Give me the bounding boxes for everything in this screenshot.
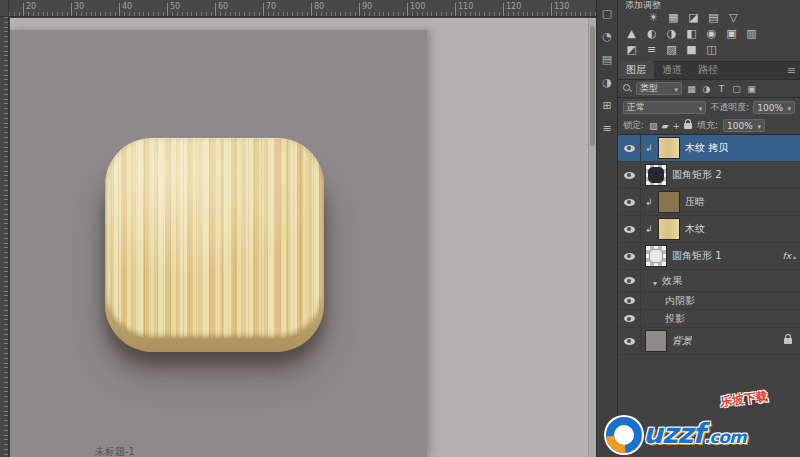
blend-mode-dropdown[interactable]: 正常	[623, 101, 706, 114]
filter-search-icon	[623, 84, 632, 93]
collapsed-panel-dock: ▢◔▤◑⊞≡	[596, 0, 618, 457]
layer-thumbnail[interactable]	[645, 245, 667, 267]
visibility-toggle[interactable]	[618, 162, 641, 188]
eye-icon	[624, 315, 635, 322]
panel-menu-icon[interactable]	[787, 64, 796, 77]
layer-row[interactable]: 压暗	[618, 189, 800, 216]
fill-dropdown[interactable]: 100%	[723, 119, 765, 132]
layer-thumbnail[interactable]	[645, 330, 667, 352]
effect-row[interactable]: 投影	[618, 310, 800, 328]
adjustment-icon[interactable]: ▤	[707, 11, 720, 24]
eye-icon	[624, 226, 635, 233]
adjustment-icon[interactable]: ■	[685, 43, 698, 56]
layer-name[interactable]: 木纹	[685, 222, 705, 236]
visibility-toggle[interactable]	[618, 216, 641, 242]
vertical-scrollbar[interactable]	[588, 18, 596, 457]
adjustment-icon[interactable]: ▦	[667, 11, 680, 24]
panel-dock-icon[interactable]: ◑	[602, 76, 612, 89]
layer-row[interactable]: 背景	[618, 328, 800, 355]
visibility-toggle[interactable]	[618, 135, 641, 161]
right-panel-group: 添加调整 ☀▦◪▤▽ ▲◐◑◧◉▣▥ ◩≡▨■◫ 图层 通道 路径 类型 ▦◑T…	[618, 0, 800, 457]
adjustment-icon[interactable]: ▲	[625, 27, 638, 40]
adjustments-icon-row: ☀▦◪▤▽	[625, 9, 796, 25]
layer-fx-badge[interactable]: fx	[782, 251, 796, 261]
layer-row[interactable]: 圆角矩形 1 fx	[618, 243, 800, 270]
ruler-number: 60	[218, 0, 266, 16]
vertical-ruler[interactable]	[0, 17, 9, 457]
adjustment-icon[interactable]: ▽	[727, 11, 740, 24]
visibility-toggle[interactable]	[618, 270, 641, 291]
effect-name[interactable]: 投影	[665, 312, 685, 326]
layer-filter-icon[interactable]: ▦	[686, 84, 697, 94]
layer-filter-icon[interactable]: ▢	[731, 84, 742, 94]
visibility-toggle[interactable]	[618, 243, 641, 269]
ruler-number: 40	[122, 0, 170, 16]
layer-thumbnail[interactable]	[658, 191, 680, 213]
lock-option-icon[interactable]: ▰	[662, 121, 669, 131]
visibility-toggle[interactable]	[618, 292, 641, 309]
adjustment-icon[interactable]: ◑	[665, 27, 678, 40]
adjustment-icon[interactable]: ▨	[665, 43, 678, 56]
adjustment-icon[interactable]: ◉	[705, 27, 718, 40]
collapse-effects-icon[interactable]	[653, 271, 657, 290]
ruler-number: 130	[554, 0, 596, 16]
chevron-down-icon	[672, 84, 678, 94]
lock-label: 锁定:	[623, 119, 644, 132]
document-canvas[interactable]: 未标题-1	[10, 30, 427, 457]
visibility-toggle[interactable]	[618, 328, 641, 354]
layer-name[interactable]: 压暗	[685, 195, 705, 209]
visibility-toggle[interactable]	[618, 189, 641, 215]
horizontal-ruler[interactable]: 2030405060708090100110120130	[9, 0, 596, 17]
adjustments-title: 添加调整	[625, 0, 796, 9]
layer-filter-icon[interactable]: T	[716, 84, 727, 94]
layer-row[interactable]: 圆角矩形 2	[618, 162, 800, 189]
tab-layers[interactable]: 图层	[618, 61, 654, 79]
tab-channels[interactable]: 通道	[654, 61, 690, 79]
panel-dock-icon[interactable]: ▤	[602, 53, 612, 66]
eye-icon	[624, 172, 635, 179]
tab-paths[interactable]: 路径	[690, 61, 726, 79]
adjustment-icon[interactable]: ◩	[625, 43, 638, 56]
adjustment-icon[interactable]: ▥	[745, 27, 758, 40]
adjustment-icon[interactable]: ◪	[687, 11, 700, 24]
layer-row[interactable]: 木纹 拷贝	[618, 135, 800, 162]
layers-list: 木纹 拷贝 圆角矩形 2 压暗	[618, 135, 800, 355]
adjustment-icon[interactable]: ◫	[705, 43, 718, 56]
layer-name[interactable]: 圆角矩形 1	[672, 249, 722, 263]
effects-header-row[interactable]: 效果	[618, 270, 800, 292]
effect-row[interactable]: 内阴影	[618, 292, 800, 310]
layer-name[interactable]: 背景	[672, 334, 692, 348]
wood-icon-top-face	[105, 138, 324, 338]
layer-thumbnail[interactable]	[658, 137, 680, 159]
ruler-number: 50	[170, 0, 218, 16]
panel-dock-icon[interactable]: ≡	[602, 122, 611, 135]
adjustment-icon[interactable]: ◧	[685, 27, 698, 40]
fill-label: 填充:	[697, 119, 718, 132]
adjustment-icon[interactable]: ☀	[647, 11, 660, 24]
filter-type-dropdown[interactable]: 类型	[636, 82, 682, 95]
panel-dock-icon[interactable]: ⊞	[602, 99, 611, 112]
adjustment-icon[interactable]: ◐	[645, 27, 658, 40]
lock-all-icon[interactable]	[684, 123, 692, 129]
layer-name[interactable]: 木纹 拷贝	[685, 141, 728, 155]
eye-icon	[624, 338, 635, 345]
layer-name[interactable]: 圆角矩形 2	[672, 168, 722, 182]
layer-filter-icon[interactable]: ▣	[746, 84, 757, 94]
lock-option-icon[interactable]: +	[672, 121, 680, 131]
panel-dock-icon[interactable]: ◔	[602, 30, 612, 43]
canvas-pasteboard: 未标题-1	[10, 18, 596, 457]
layer-row[interactable]: 木纹	[618, 216, 800, 243]
lock-option-icon[interactable]: ▨	[649, 121, 658, 131]
effect-name[interactable]: 内阴影	[665, 294, 695, 308]
visibility-toggle[interactable]	[618, 310, 641, 327]
layer-filter-icon[interactable]: ◑	[701, 84, 712, 94]
ruler-number: 120	[506, 0, 554, 16]
layer-thumbnail[interactable]	[658, 218, 680, 240]
adjustment-icon[interactable]: ▣	[725, 27, 738, 40]
panel-dock-icon[interactable]: ▢	[602, 7, 612, 20]
eye-icon	[624, 297, 635, 304]
layer-thumbnail[interactable]	[645, 164, 667, 186]
scrollbar-thumb[interactable]	[590, 26, 595, 146]
opacity-dropdown[interactable]: 100%	[753, 101, 795, 114]
adjustment-icon[interactable]: ≡	[645, 43, 658, 56]
